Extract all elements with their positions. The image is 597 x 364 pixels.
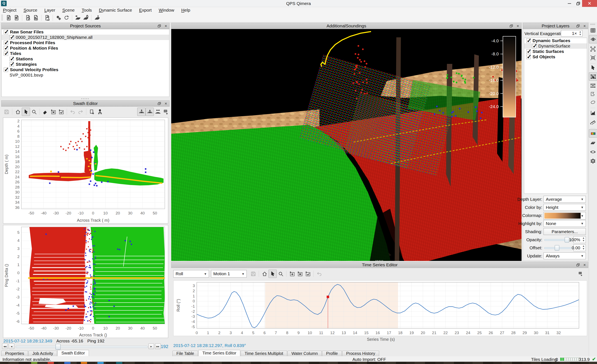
surface-extract-icon[interactable] — [93, 14, 101, 22]
tree-item-position-motion-files[interactable]: Position & Motion Files — [2, 45, 169, 51]
menu-window[interactable]: Window — [159, 8, 174, 13]
grid-icon[interactable] — [589, 26, 597, 34]
tab-time-series-multiplot[interactable]: Time Series Multiplot — [241, 351, 287, 356]
swath-mode-up-icon[interactable] — [137, 108, 146, 116]
surface-orbit-icon[interactable] — [74, 14, 82, 22]
checkbox-checked[interactable] — [9, 57, 14, 61]
panel-menu-icon[interactable] — [577, 270, 585, 278]
offset-spinbox[interactable]: 0.00▲▼ — [573, 244, 586, 251]
close-button[interactable]: ✕ — [582, 0, 597, 7]
float-panel-icon[interactable] — [576, 24, 580, 28]
grid-3d-icon[interactable] — [589, 139, 597, 147]
checkbox-checked[interactable] — [9, 35, 14, 40]
reject-selection-icon[interactable] — [296, 270, 304, 278]
opacity-slider[interactable] — [544, 236, 572, 243]
tree-item-sound-velocity-profiles[interactable]: Sound Velocity Profiles — [2, 67, 169, 72]
rect-select-icon[interactable] — [589, 81, 597, 89]
ping-slider-handle[interactable] — [55, 344, 61, 350]
eraser-icon[interactable] — [41, 108, 49, 116]
lasso-select-icon[interactable] — [589, 98, 597, 106]
tab-profile[interactable]: Profile — [322, 351, 342, 356]
swath-mode-both-icon[interactable] — [154, 108, 162, 116]
ruler-icon[interactable] — [589, 118, 597, 126]
checkbox-checked[interactable] — [526, 55, 531, 59]
tree-item-0000-20150712-182800-shipname-all[interactable]: 0000_20150712_182800_ShipName.all — [2, 35, 169, 40]
checkbox-checked[interactable] — [4, 68, 8, 72]
tab-water-column[interactable]: Water Column — [288, 351, 322, 356]
channel-combo[interactable]: Roll▼ — [173, 270, 209, 277]
menu-tools[interactable]: Tools — [82, 8, 92, 13]
panel-menu-icon[interactable] — [162, 108, 170, 116]
offset-slider[interactable] — [544, 244, 572, 251]
tab-process-history[interactable]: Process History — [342, 351, 379, 356]
home-icon[interactable] — [260, 270, 268, 278]
source-combo[interactable]: Motion 1▼ — [211, 270, 247, 277]
menu-dynamic-surface[interactable]: Dynamic Surface — [99, 8, 132, 13]
tree-item-tides[interactable]: Tides — [2, 51, 169, 56]
close-panel-icon[interactable]: × — [164, 102, 168, 106]
close-panel-icon[interactable]: × — [582, 24, 587, 28]
close-panel-icon[interactable]: × — [516, 24, 520, 28]
checkbox-checked[interactable] — [532, 44, 536, 48]
select-add-icon[interactable] — [288, 270, 296, 278]
accept-selection-icon[interactable] — [304, 270, 312, 278]
add-svp-icon[interactable] — [43, 14, 51, 22]
tree-item-sd-objects[interactable]: Sd Objects — [524, 54, 587, 60]
close-panel-icon[interactable]: × — [582, 263, 587, 267]
redo-icon[interactable] — [77, 108, 84, 116]
close-panel-icon[interactable]: × — [164, 24, 168, 28]
minimize-button[interactable] — [564, 0, 575, 7]
cursor-icon[interactable] — [589, 64, 597, 71]
menu-source[interactable]: Source — [24, 8, 37, 13]
float-panel-icon[interactable] — [157, 102, 161, 106]
histogram-icon[interactable] — [589, 109, 597, 117]
float-panel-icon[interactable] — [157, 24, 161, 28]
colormap-combo[interactable]: ▼ — [543, 212, 586, 219]
add-raw-sonar-icon[interactable] — [24, 14, 32, 22]
tree-item-static-surfaces[interactable]: Static Surfaces — [524, 49, 587, 54]
tab-file-table[interactable]: File Table — [173, 351, 198, 356]
checkbox-checked[interactable] — [4, 46, 8, 50]
zoom-icon[interactable] — [30, 108, 38, 116]
menu-project[interactable]: Project — [3, 8, 16, 13]
cube-nodes-icon[interactable] — [589, 157, 597, 165]
add-processed-points-icon[interactable] — [32, 14, 39, 22]
tree-item-processed-point-files[interactable]: Processed Point Files — [2, 40, 169, 45]
ping-prev-button[interactable]: ◂ — [9, 343, 14, 349]
scene-3d-viewport[interactable]: -4.0-8.0-12.0-16.0-20.0-24.0 — [171, 29, 522, 261]
swath-across-depth-plot[interactable]: 24681012141618202224262830323436-50-40-3… — [3, 117, 168, 224]
menu-scene[interactable]: Scene — [62, 8, 75, 13]
tab-job-activity[interactable]: Job Activity — [28, 351, 57, 356]
home-icon[interactable] — [14, 108, 22, 116]
tree-item-svp-00001-bsvp[interactable]: SVP_00001.bsvp — [2, 72, 169, 78]
undo-icon[interactable] — [69, 108, 77, 116]
tab-swath-editor[interactable]: Swath Editor — [57, 350, 89, 356]
depth-layer-combo[interactable]: Average▼ — [543, 196, 586, 203]
swath-mode-down-icon[interactable] — [146, 108, 154, 116]
new-project-icon[interactable] — [5, 14, 12, 22]
save-icon[interactable] — [249, 270, 257, 278]
vertical-exaggeration-spinbox[interactable]: 1× ▲▼ — [561, 30, 582, 37]
checkbox-checked[interactable] — [4, 51, 8, 56]
float-panel-icon[interactable] — [576, 263, 580, 267]
checkbox-checked[interactable] — [4, 41, 8, 45]
ping-frame-icon[interactable] — [88, 108, 96, 116]
checkbox-checked[interactable] — [526, 39, 531, 43]
menu-layer[interactable]: Layer — [44, 8, 55, 13]
surface-lock-icon[interactable] — [82, 14, 90, 22]
checkbox-checked[interactable] — [4, 30, 8, 34]
box-select-icon[interactable] — [589, 72, 597, 81]
color-by-combo[interactable]: Height▼ — [543, 204, 586, 211]
surface-tiles-icon[interactable] — [589, 35, 597, 43]
opacity-spinbox[interactable]: 100%▲▼ — [573, 236, 586, 243]
ping-next-button[interactable]: ▸ — [149, 343, 154, 349]
save-icon[interactable] — [2, 108, 10, 116]
tree-item-raw-sonar-files[interactable]: Raw Sonar Files — [2, 29, 169, 35]
ping-slider-track[interactable] — [16, 346, 148, 348]
open-project-icon[interactable] — [12, 14, 20, 22]
cursor-icon[interactable] — [22, 108, 30, 116]
tree-item-dynamicsurface[interactable]: DynamicSurface — [524, 43, 587, 49]
tree-item-stations[interactable]: Stations — [2, 56, 169, 62]
accept-selection-icon[interactable] — [57, 108, 65, 116]
spin-arrows-icon[interactable]: ▲▼ — [579, 31, 581, 36]
